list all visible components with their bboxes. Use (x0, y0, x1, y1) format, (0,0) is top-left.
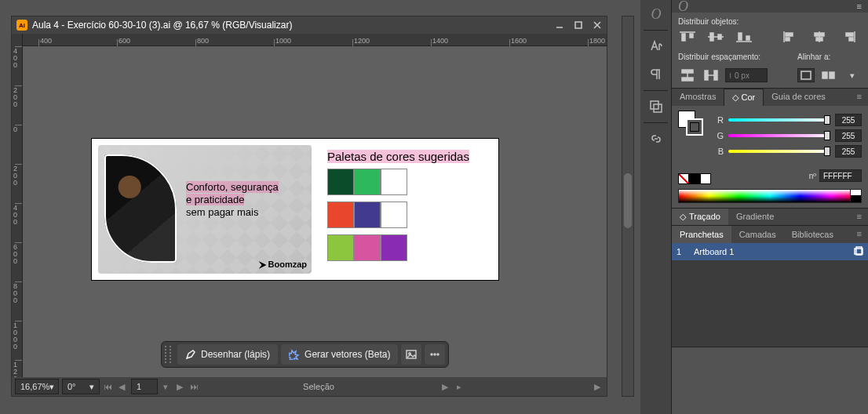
status-mode: Seleção (200, 382, 437, 391)
zoom-field[interactable]: 16,67%▾ (15, 379, 59, 394)
align-to-selection-button[interactable] (819, 67, 838, 83)
fill-stroke-swatches[interactable] (678, 111, 703, 136)
black-chip[interactable] (689, 173, 700, 184)
palette-swatch[interactable] (354, 202, 381, 228)
status-play-button[interactable]: ▶ (439, 379, 451, 394)
status-bar: 16,67%▾ 0°▾ ⏮ ◀ 1 ▾ ▶ ⏭ Seleção ▶ ▸ ▶ (12, 377, 607, 396)
taskbar-image-button[interactable] (401, 344, 421, 365)
dist-space-h-button[interactable] (702, 67, 720, 83)
links-panel-icon[interactable] (640, 125, 672, 153)
dist-hcenter-button[interactable] (810, 29, 829, 45)
transform-panel-icon[interactable] (640, 93, 672, 121)
svg-rect-19 (746, 36, 749, 40)
stroke-panel-menu[interactable]: ≡ (851, 209, 868, 225)
libraries-tab[interactable]: Bibliotecas (784, 226, 841, 243)
svg-rect-1 (575, 22, 582, 28)
dist-right-button[interactable] (838, 29, 857, 45)
green-slider-row: G (714, 129, 862, 142)
artwork-copy: Conforto, segurança e praticidade sem pa… (186, 181, 308, 219)
canvas[interactable]: Conforto, segurança e praticidade sem pa… (23, 46, 607, 377)
artboard-list-item[interactable]: 1 Artboard 1 (672, 243, 868, 260)
svg-rect-18 (739, 33, 742, 40)
none-chip[interactable] (678, 173, 689, 184)
palette-swatch[interactable] (327, 234, 354, 261)
ruler-h-label: 1600 (511, 37, 527, 45)
palette-swatch[interactable] (327, 169, 354, 195)
green-value[interactable] (835, 129, 862, 142)
character-panel-icon[interactable] (640, 32, 672, 60)
panel-scrollbar[interactable] (622, 16, 634, 397)
close-button[interactable] (588, 16, 607, 34)
align-to-label: Alinhar a: (797, 53, 862, 61)
artboard-number-field[interactable]: 1 (131, 379, 158, 394)
red-slider[interactable] (728, 117, 830, 123)
first-artboard-button[interactable]: ⏮ (101, 379, 114, 394)
ruler-horizontal[interactable]: 40060080010001200140016001800 (23, 34, 607, 46)
spacing-value-field[interactable]: ⁞0 px (725, 68, 768, 82)
artboard-item-name: Artboard 1 (694, 247, 734, 256)
gradient-tab[interactable]: Gradiente (728, 209, 782, 225)
ruler-h-label: 1800 (589, 37, 605, 45)
red-value[interactable] (835, 114, 862, 126)
taskbar-grip[interactable] (165, 346, 171, 363)
ruler-vertical[interactable]: 400200020040060080010001200 (12, 34, 23, 377)
swap-fill-stroke-icon[interactable] (698, 107, 706, 115)
generate-vectors-button[interactable]: Gerar vetores (Beta) (281, 344, 398, 365)
red-slider-row: R (714, 114, 862, 126)
taskbar-more-button[interactable] (425, 344, 445, 365)
prev-artboard-button[interactable]: ◀ (115, 379, 128, 394)
scroll-right-button[interactable]: ▶ (591, 379, 604, 394)
artboard-orientation-icon[interactable] (854, 246, 863, 257)
dist-top-button[interactable] (678, 29, 697, 45)
stroke-swatch[interactable] (686, 118, 703, 136)
palette-swatch[interactable] (381, 234, 407, 261)
palette-swatch[interactable] (327, 202, 354, 228)
svg-point-8 (437, 354, 439, 355)
hex-label: nº (809, 172, 816, 180)
palette-swatch[interactable] (354, 169, 381, 195)
color-spectrum[interactable] (678, 189, 862, 203)
opacity-panel-icon[interactable]: O (640, 0, 672, 28)
next-artboard-button[interactable]: ▶ (173, 379, 186, 394)
blue-slider[interactable] (728, 148, 830, 154)
stroke-tab[interactable]: ◇Traçado (672, 209, 728, 225)
swatches-tab[interactable]: Amostras (672, 89, 724, 106)
distribute-spacing-label: Distribuir espaçamento: (678, 53, 779, 61)
paragraph-panel-icon[interactable] (640, 60, 672, 89)
blue-value[interactable] (835, 145, 862, 158)
g-label: G (714, 131, 724, 140)
artboards-panel-menu[interactable]: ≡ (851, 226, 868, 243)
artboards-tab[interactable]: Pranchetas (672, 226, 731, 243)
align-panel-menu[interactable]: ≡ (857, 2, 862, 11)
color-guide-tab[interactable]: Guia de cores (764, 89, 833, 106)
layers-tab[interactable]: Camadas (731, 226, 784, 243)
b-label: B (714, 147, 724, 156)
maximize-button[interactable] (569, 16, 588, 34)
palette-swatch[interactable] (354, 234, 381, 261)
dist-bottom-button[interactable] (735, 29, 753, 45)
dist-left-button[interactable] (782, 29, 801, 45)
dist-vcenter-button[interactable] (706, 29, 725, 45)
palette-swatch[interactable] (381, 202, 407, 228)
artboard[interactable]: Conforto, segurança e praticidade sem pa… (92, 139, 498, 280)
contextual-taskbar[interactable]: Desenhar (lápis) Gerar vetores (Beta) (161, 341, 449, 368)
green-slider[interactable] (728, 133, 830, 139)
palette-swatch[interactable] (381, 169, 407, 195)
white-chip[interactable] (700, 173, 711, 184)
rotate-field[interactable]: 0°▾ (62, 379, 100, 394)
status-more-button[interactable]: ▸ (453, 379, 465, 394)
minimize-button[interactable] (550, 16, 569, 34)
align-to-dropdown[interactable]: ▾ (843, 67, 862, 83)
color-tab[interactable]: ◇ Cor (724, 89, 764, 106)
default-fill-stroke-icon[interactable] (677, 129, 684, 137)
align-to-artboard-button[interactable] (797, 68, 815, 82)
last-artboard-button[interactable]: ⏭ (188, 379, 200, 394)
dist-space-v-button[interactable] (678, 67, 697, 83)
draw-pencil-button[interactable]: Desenhar (lápis) (177, 344, 278, 365)
artboard-dropdown[interactable]: ▾ (159, 379, 172, 394)
color-panel-menu[interactable]: ≡ (851, 89, 868, 106)
artboards-panel: Pranchetas Camadas Bibliotecas ≡ 1 Artbo… (672, 226, 868, 347)
artwork-banner[interactable]: Conforto, segurança e praticidade sem pa… (98, 145, 312, 274)
hex-field[interactable] (819, 169, 862, 182)
color-panel: Amostras ◇ Cor Guia de cores ≡ R (672, 89, 868, 209)
